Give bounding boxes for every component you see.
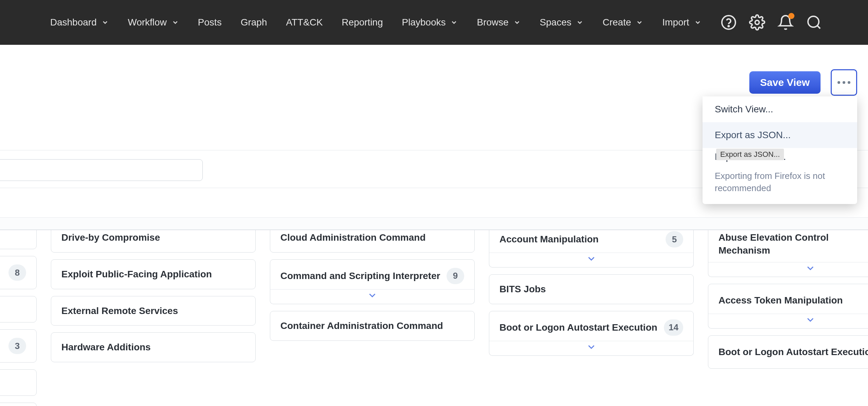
card-count: 3 bbox=[8, 338, 26, 354]
save-view-button[interactable]: Save View bbox=[749, 71, 821, 94]
nav-label: Browse bbox=[477, 17, 508, 28]
svg-point-2 bbox=[755, 20, 759, 24]
nav-posts[interactable]: Posts bbox=[198, 17, 222, 28]
nav-label: Playbooks bbox=[402, 17, 446, 28]
help-icon[interactable] bbox=[721, 14, 737, 31]
technique-card[interactable]: External Remote Services bbox=[51, 296, 256, 326]
nav-create[interactable]: Create bbox=[603, 17, 643, 28]
card-title: Account Manipulation bbox=[499, 233, 659, 246]
card-title: Access Token Manipulation bbox=[718, 294, 868, 307]
nav-reporting[interactable]: Reporting bbox=[342, 17, 383, 28]
matrix-column-3: Account Manipulation 5 BITS Jobs Boot or… bbox=[489, 223, 694, 406]
technique-card[interactable]: BITS Jobs bbox=[489, 274, 694, 304]
svg-point-3 bbox=[808, 16, 819, 27]
more-menu-button[interactable] bbox=[831, 69, 857, 96]
chevron-down-icon bbox=[368, 293, 376, 298]
matrix-column-1: Drive-by Compromise Exploit Public-Facin… bbox=[51, 223, 256, 406]
svg-point-1 bbox=[728, 25, 729, 26]
card-title: External Remote Services bbox=[61, 304, 245, 317]
toolbar: Save View bbox=[749, 69, 857, 96]
svg-point-6 bbox=[843, 81, 845, 84]
menu-switch-view[interactable]: Switch View... bbox=[703, 96, 857, 122]
card-title: Cloud Administration Command bbox=[280, 231, 464, 244]
nav-graph[interactable]: Graph bbox=[241, 17, 267, 28]
card-title: Container Administration Command bbox=[280, 319, 464, 332]
top-nav: Dashboard Workflow Posts Graph ATT&CK Re… bbox=[0, 0, 868, 45]
technique-card[interactable]: Exploit Public-Facing Application bbox=[51, 259, 256, 289]
nav-browse[interactable]: Browse bbox=[477, 17, 520, 28]
tooltip: Export as JSON... bbox=[716, 149, 784, 160]
chevron-down-icon bbox=[576, 19, 584, 26]
nav-attack[interactable]: ATT&CK bbox=[286, 17, 322, 28]
filter-input[interactable] bbox=[0, 159, 203, 181]
technique-card[interactable]: Command and Scripting Interpreter 9 bbox=[270, 259, 475, 293]
more-menu-dropdown: Switch View... Export as JSON... Export … bbox=[703, 96, 857, 204]
nav-label: Graph bbox=[241, 17, 267, 28]
technique-card[interactable] bbox=[0, 369, 37, 396]
card-title: Boot or Logon Autostart Execution bbox=[499, 321, 658, 334]
nav-label: Dashboard bbox=[50, 17, 97, 28]
technique-card[interactable]: Access Token Manipulation 5 bbox=[708, 284, 868, 317]
column-header-strip bbox=[0, 217, 868, 230]
nav-label: Spaces bbox=[540, 17, 571, 28]
card-title: Command and Scripting Interpreter bbox=[280, 270, 440, 282]
menu-export-json[interactable]: Export as JSON... bbox=[703, 122, 857, 148]
expand-toggle[interactable] bbox=[489, 341, 694, 356]
search-icon[interactable] bbox=[806, 14, 822, 31]
chevron-down-icon bbox=[806, 317, 814, 322]
technique-card[interactable]: Container Administration Command bbox=[270, 311, 475, 341]
nav-playbooks[interactable]: Playbooks bbox=[402, 17, 458, 28]
nav-workflow[interactable]: Workflow bbox=[128, 17, 179, 28]
card-title: Exploit Public-Facing Application bbox=[61, 268, 245, 281]
technique-card[interactable]: 3 bbox=[0, 329, 37, 363]
technique-card[interactable]: 7 bbox=[0, 403, 37, 406]
expand-toggle[interactable] bbox=[708, 262, 868, 277]
nav-label: Workflow bbox=[128, 17, 167, 28]
chevron-down-icon bbox=[806, 266, 814, 271]
chevron-down-icon bbox=[694, 19, 702, 26]
nav-label: ATT&CK bbox=[286, 17, 322, 28]
card-title: BITS Jobs bbox=[499, 283, 683, 296]
nav-spaces[interactable]: Spaces bbox=[540, 17, 584, 28]
card-title: Boot or Logon Autostart Execution bbox=[718, 346, 868, 358]
card-count: 8 bbox=[8, 264, 26, 281]
nav-label: Create bbox=[603, 17, 631, 28]
expand-toggle[interactable] bbox=[708, 314, 868, 329]
bell-icon[interactable] bbox=[777, 14, 794, 31]
technique-card[interactable]: Boot or Logon Autostart Execution 14 bbox=[489, 311, 694, 344]
svg-point-5 bbox=[837, 81, 840, 84]
matrix-column-0: 8 3 7 bbox=[0, 223, 37, 406]
nav-label: Posts bbox=[198, 17, 222, 28]
technique-card[interactable]: 8 bbox=[0, 256, 37, 289]
technique-card[interactable] bbox=[0, 296, 37, 322]
nav-label: Reporting bbox=[342, 17, 383, 28]
expand-toggle[interactable] bbox=[489, 253, 694, 267]
card-title: Drive-by Compromise bbox=[61, 231, 245, 244]
chevron-down-icon bbox=[513, 19, 521, 26]
matrix-column-2: Cloud Administration Command Command and… bbox=[270, 223, 475, 406]
svg-line-4 bbox=[817, 25, 820, 29]
chevron-down-icon bbox=[101, 19, 109, 26]
notification-dot bbox=[788, 13, 794, 19]
gear-icon[interactable] bbox=[749, 14, 765, 31]
card-count: 9 bbox=[447, 268, 464, 284]
attack-matrix: 8 3 7 Drive-by Compromise Exploit Public… bbox=[0, 223, 868, 406]
nav-label: Import bbox=[662, 17, 689, 28]
card-count: 5 bbox=[666, 231, 683, 247]
technique-card[interactable]: Hardware Additions bbox=[51, 332, 256, 362]
nav-dashboard[interactable]: Dashboard bbox=[50, 17, 109, 28]
expand-toggle[interactable] bbox=[270, 289, 475, 304]
technique-card[interactable]: Boot or Logon Autostart Execution 14 bbox=[708, 335, 868, 369]
card-title: Hardware Additions bbox=[61, 341, 245, 354]
nav-import[interactable]: Import bbox=[662, 17, 701, 28]
card-title: Abuse Elevation Control Mechanism bbox=[718, 231, 868, 257]
menu-export-png-note: Exporting from Firefox is not recommende… bbox=[703, 170, 857, 204]
svg-point-7 bbox=[848, 81, 850, 84]
card-count: 14 bbox=[664, 319, 683, 336]
matrix-column-4: Abuse Elevation Control Mechanism 4 Acce… bbox=[708, 223, 868, 406]
chevron-down-icon bbox=[172, 19, 179, 26]
nav-icons bbox=[721, 14, 822, 31]
chevron-down-icon bbox=[587, 345, 595, 349]
ellipsis-icon bbox=[837, 81, 851, 84]
chevron-down-icon bbox=[587, 256, 595, 261]
